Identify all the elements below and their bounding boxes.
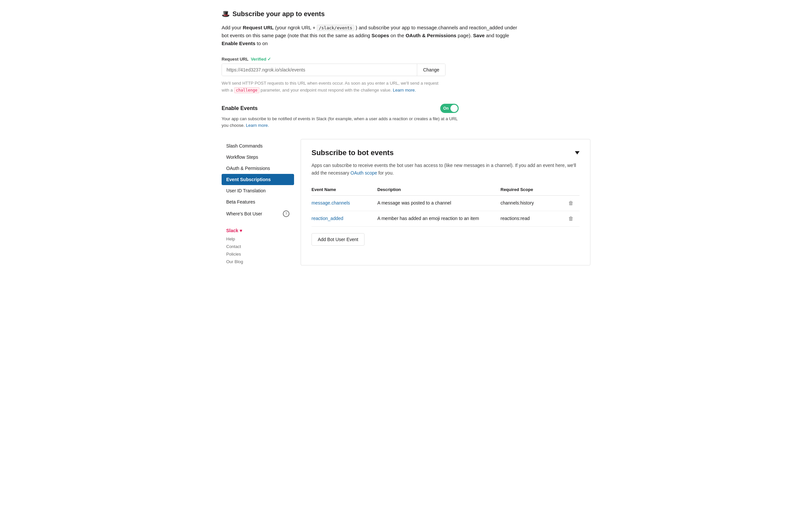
sidebar-footer-help[interactable]: Help — [226, 235, 290, 243]
sidebar-item-wheres-bot-user[interactable]: Where's Bot User ? — [222, 208, 294, 220]
col-header-event-name: Event Name — [312, 184, 377, 196]
sidebar-label-event-subscriptions: Event Subscriptions — [226, 177, 271, 182]
toggle-label: On — [443, 106, 449, 111]
subscribe-header: Subscribe to bot events — [312, 148, 579, 157]
help-icon: ? — [283, 211, 290, 217]
url-input-row: Change — [222, 64, 445, 76]
oauth-permissions-bold: OAuth & Permissions — [406, 33, 456, 38]
page-title: Subscribe your app to events — [233, 10, 325, 18]
verified-badge: Verified ✓ — [250, 57, 271, 61]
challenge-code: challenge — [234, 87, 259, 93]
request-url-section: Request URL Verified ✓ Change We'll send… — [222, 57, 590, 94]
sidebar-footer-contact[interactable]: Contact — [226, 243, 290, 250]
col-header-description: Description — [377, 184, 500, 196]
table-row: reaction_added A member has added an emo… — [312, 211, 579, 226]
sidebar-item-workflow-steps[interactable]: Workflow Steps — [222, 151, 294, 163]
event-desc-cell-2: A member has added an emoji reaction to … — [377, 211, 500, 226]
subscribe-desc: Apps can subscribe to receive events the… — [312, 162, 579, 177]
sidebar-footer-blog[interactable]: Our Blog — [226, 258, 290, 266]
request-url-label: Request URL Verified ✓ — [222, 57, 590, 61]
enable-events-toggle[interactable]: On — [440, 104, 459, 113]
events-table: Event Name Description Required Scope me… — [312, 184, 579, 227]
sidebar-item-beta-features[interactable]: Beta Features — [222, 196, 294, 208]
title-icon: 🎩 — [222, 10, 230, 18]
event-action-cell-1: 🗑 — [566, 195, 579, 211]
add-bot-event-button[interactable]: Add Bot User Event — [312, 233, 365, 246]
event-name-link-1[interactable]: message.channels — [312, 200, 350, 205]
event-name-cell-2: reaction_added — [312, 211, 377, 226]
sidebar-footer-policies[interactable]: Policies — [226, 250, 290, 258]
sidebar-label-slash-commands: Slash Commands — [226, 143, 263, 148]
page-container: 🎩 Subscribe your app to events Add your … — [208, 0, 604, 275]
enable-events-bold: Enable Events — [222, 40, 256, 46]
sidebar-item-slash-commands[interactable]: Slash Commands — [222, 140, 294, 151]
save-bold: Save — [473, 33, 485, 38]
event-scope-cell-2: reactions:read — [500, 211, 566, 226]
sidebar-item-user-id-translation[interactable]: User ID Translation — [222, 185, 294, 196]
scopes-bold: Scopes — [371, 33, 389, 38]
delete-event-2-button[interactable]: 🗑 — [566, 216, 576, 221]
event-scope-cell-1: channels:history — [500, 195, 566, 211]
subscribe-title: Subscribe to bot events — [312, 148, 393, 157]
sidebar-footer-slack[interactable]: Slack ♥ — [226, 228, 290, 233]
sidebar-label-workflow-steps: Workflow Steps — [226, 155, 258, 160]
helper-text: We'll send HTTP POST requests to this UR… — [222, 80, 445, 94]
col-header-action — [566, 184, 579, 196]
intro-text: Add your Request URL (your ngrok URL + /… — [222, 24, 518, 48]
sidebar-label-oauth-permissions: OAuth & Permissions — [226, 166, 270, 171]
slack-events-code: /slack/events — [317, 25, 354, 31]
oauth-scope-link[interactable]: OAuth scope — [350, 170, 377, 176]
toggle-knob — [450, 105, 458, 112]
sidebar-footer: Slack ♥ Help Contact Policies Our Blog — [222, 228, 294, 266]
sidebar: Slash Commands Workflow Steps OAuth & Pe… — [222, 139, 294, 266]
section-title: 🎩 Subscribe your app to events — [222, 10, 590, 18]
enable-events-title: Enable Events — [222, 105, 258, 111]
sidebar-item-event-subscriptions[interactable]: Event Subscriptions — [222, 174, 294, 185]
table-body: message.channels A message was posted to… — [312, 195, 579, 226]
enable-events-section: Enable Events On Your app can subscribe … — [222, 104, 459, 129]
col-header-required-scope: Required Scope — [500, 184, 566, 196]
enable-events-desc: Your app can subscribe to be notified of… — [222, 115, 459, 129]
delete-event-1-button[interactable]: 🗑 — [566, 200, 576, 206]
request-url-input[interactable] — [222, 64, 417, 76]
sidebar-item-oauth-permissions[interactable]: OAuth & Permissions — [222, 163, 294, 174]
event-name-link-2[interactable]: reaction_added — [312, 216, 344, 221]
event-name-cell-1: message.channels — [312, 195, 377, 211]
change-button[interactable]: Change — [417, 64, 445, 76]
learn-more-link-2[interactable]: Learn more. — [246, 123, 269, 128]
table-head: Event Name Description Required Scope — [312, 184, 579, 196]
main-layout: Slash Commands Workflow Steps OAuth & Pe… — [222, 139, 590, 266]
content-panel: Subscribe to bot events Apps can subscri… — [301, 139, 590, 266]
learn-more-link-1[interactable]: Learn more. — [393, 88, 416, 93]
sidebar-label-beta-features: Beta Features — [226, 199, 255, 204]
enable-events-header: Enable Events On — [222, 104, 459, 113]
request-url-bold: Request URL — [243, 25, 274, 30]
sidebar-label-user-id-translation: User ID Translation — [226, 188, 266, 193]
sidebar-label-wheres-bot-user: Where's Bot User — [226, 211, 262, 216]
event-desc-cell-1: A message was posted to a channel — [377, 195, 500, 211]
table-row: message.channels A message was posted to… — [312, 195, 579, 211]
chevron-down-icon — [575, 151, 579, 155]
table-header-row: Event Name Description Required Scope — [312, 184, 579, 196]
event-action-cell-2: 🗑 — [566, 211, 579, 226]
